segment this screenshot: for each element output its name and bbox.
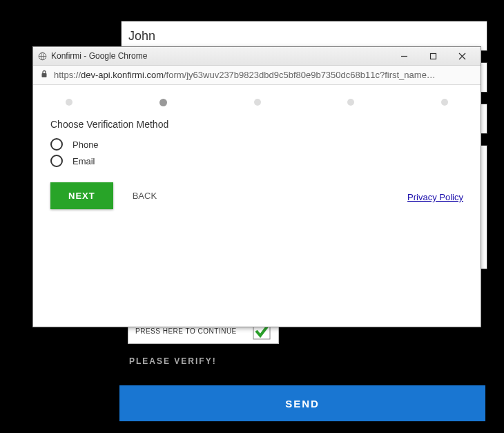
next-button[interactable]: NEXT	[50, 182, 113, 209]
maximize-button[interactable]	[418, 49, 447, 63]
button-row: NEXT BACK	[50, 182, 463, 209]
popup-content: Choose Verification Method PhoneEmail NE…	[33, 85, 481, 327]
svg-rect-3	[430, 53, 436, 59]
url-bar[interactable]: https://dev-api.konfirmi.com/form/jy63wu…	[33, 66, 481, 85]
back-button[interactable]: BACK	[133, 191, 157, 201]
radio-circle-icon	[50, 138, 63, 151]
minimize-button[interactable]	[389, 49, 418, 63]
privacy-policy-link[interactable]: Privacy Policy	[407, 192, 463, 202]
radio-group: PhoneEmail	[50, 138, 463, 167]
first-name-value: John	[128, 29, 155, 44]
back-label: BACK	[133, 191, 157, 201]
url-prefix: https://	[54, 70, 81, 80]
step-dot-1	[159, 99, 167, 106]
verify-text: PLEASE VERIFY!	[129, 356, 217, 366]
window-title: Konfirmi - Google Chrome	[51, 51, 389, 61]
send-button[interactable]: SEND	[119, 385, 485, 421]
radio-option-phone[interactable]: Phone	[50, 138, 463, 151]
radio-label: Email	[72, 156, 95, 166]
globe-icon	[37, 51, 47, 61]
privacy-label: Privacy Policy	[407, 192, 463, 202]
radio-option-email[interactable]: Email	[50, 155, 463, 167]
stepper	[50, 93, 463, 119]
next-label: NEXT	[68, 191, 95, 201]
step-dot-0	[66, 99, 72, 106]
step-dot-3	[347, 99, 354, 106]
lock-icon	[40, 70, 48, 80]
step-dot-4	[441, 99, 448, 106]
send-label: SEND	[285, 398, 320, 410]
radio-label: Phone	[72, 139, 99, 150]
url-host: dev-api.konfirmi.com	[81, 70, 164, 80]
svg-rect-6	[42, 73, 47, 77]
verification-heading: Choose Verification Method	[50, 119, 463, 130]
radio-circle-icon	[50, 155, 63, 167]
continue-text: PRESS HERE TO CONTINUE	[135, 327, 237, 335]
close-button[interactable]	[447, 49, 476, 63]
chrome-popup: Konfirmi - Google Chrome https://dev-api…	[32, 46, 481, 327]
url-path: /form/jy63wuv237b9823dbd9c5bf80e9b7350dc…	[164, 70, 436, 80]
titlebar: Konfirmi - Google Chrome	[33, 47, 481, 66]
step-dot-2	[254, 99, 261, 106]
